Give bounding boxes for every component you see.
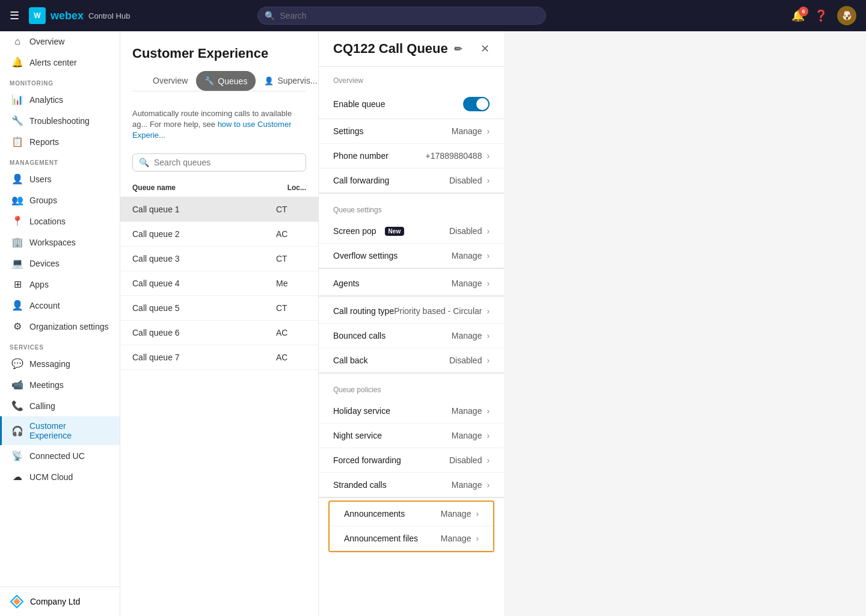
sidebar-item-label: Calling — [29, 401, 55, 411]
call-forwarding-label: Call forwarding — [333, 176, 449, 185]
sidebar-company: Company Ltd — [0, 587, 120, 616]
company-logo-icon — [10, 594, 24, 609]
supervisors-tab-icon: 👤 — [264, 76, 274, 85]
sidebar-item-label: Groups — [29, 196, 57, 205]
groups-icon: 👥 — [11, 194, 23, 206]
sidebar-item-analytics[interactable]: 📊 Analytics — [0, 89, 120, 110]
sidebar-item-workspaces[interactable]: 🏢 Workspaces — [0, 232, 120, 253]
sidebar-item-devices[interactable]: 💻 Devices — [0, 253, 120, 274]
sidebar-item-label: Alerts center — [29, 58, 77, 67]
calling-icon: 📞 — [11, 400, 23, 411]
queue-loc: AC — [276, 353, 306, 362]
forced-forwarding-row[interactable]: Forced forwarding Disabled › — [319, 448, 504, 473]
announcements-row[interactable]: Announcements Manage › — [330, 502, 493, 526]
phone-number-row[interactable]: Phone number +17889880488 › — [319, 144, 504, 168]
sidebar-item-label: Customer Experience — [29, 421, 110, 440]
chevron-icon: › — [487, 151, 490, 161]
detail-header: CQ122 Call Queue ✏ ✕ — [319, 31, 504, 67]
sidebar-item-troubleshooting[interactable]: 🔧 Troubleshooting — [0, 110, 120, 131]
sidebar-item-users[interactable]: 👤 Users — [0, 168, 120, 189]
call-routing-row[interactable]: Call routing type Priority based - Circu… — [319, 299, 504, 324]
tab-queues[interactable]: 🔧 Queues — [196, 71, 256, 91]
night-service-row[interactable]: Night service Manage › — [319, 424, 504, 448]
queue-row[interactable]: Call queue 4 Me — [120, 271, 318, 296]
company-name: Company Ltd — [30, 597, 80, 606]
sidebar-item-groups[interactable]: 👥 Groups — [0, 189, 120, 211]
tab-supervisors[interactable]: 👤 Supervis... — [256, 71, 319, 91]
queue-row[interactable]: Call queue 3 CT — [120, 247, 318, 271]
avatar[interactable]: 🐶 — [837, 6, 856, 25]
sidebar-item-alerts[interactable]: 🔔 Alerts center — [0, 52, 120, 73]
sidebar-item-overview[interactable]: ⌂ Overview — [0, 31, 120, 52]
help-button[interactable]: ❓ — [814, 9, 828, 22]
call-back-row[interactable]: Call back Disabled › — [319, 348, 504, 374]
chevron-icon: › — [487, 306, 490, 316]
overflow-settings-row[interactable]: Overflow settings Manage › — [319, 244, 504, 269]
stranded-calls-row[interactable]: Stranded calls Manage › — [319, 473, 504, 498]
settings-row[interactable]: Settings Manage › — [319, 119, 504, 144]
holiday-service-row[interactable]: Holiday service Manage › — [319, 399, 504, 424]
queue-row[interactable]: Call queue 2 AC — [120, 222, 318, 247]
sidebar-item-locations[interactable]: 📍 Locations — [0, 211, 120, 232]
sidebar-item-apps[interactable]: ⊞ Apps — [0, 274, 120, 295]
app-logo: W webex Control Hub — [29, 7, 130, 24]
sidebar-item-org-settings[interactable]: ⚙ Organization settings — [0, 316, 120, 337]
sidebar-item-label: Troubleshooting — [29, 116, 90, 126]
queue-name: Call queue 4 — [132, 279, 276, 288]
search-input[interactable] — [257, 7, 546, 25]
section-queue-settings-label: Queue settings — [319, 196, 504, 219]
search-bar[interactable]: 🔍 — [257, 7, 546, 25]
sidebar-item-customer-experience[interactable]: 🎧 Customer Experience — [0, 416, 120, 445]
queue-row[interactable]: Call queue 5 CT — [120, 296, 318, 321]
sidebar-item-account[interactable]: 👤 Account — [0, 295, 120, 316]
chevron-icon: › — [476, 534, 479, 543]
sidebar-item-label: Workspaces — [29, 238, 76, 247]
bounced-calls-label: Bounced calls — [333, 331, 452, 340]
edit-icon[interactable]: ✏ — [454, 43, 462, 55]
sidebar-item-connected-uc[interactable]: 📡 Connected UC — [0, 445, 120, 466]
tab-overview[interactable]: Overview — [144, 71, 196, 91]
sidebar-item-label: Devices — [29, 259, 60, 268]
notifications-button[interactable]: 🔔 6 — [791, 9, 805, 22]
queue-search-wrap[interactable]: 🔍 — [132, 153, 306, 171]
sidebar-item-ucm-cloud[interactable]: ☁ UCM Cloud — [0, 466, 120, 487]
sidebar-item-calling[interactable]: 📞 Calling — [0, 395, 120, 416]
sidebar-item-meetings[interactable]: 📹 Meetings — [0, 374, 120, 395]
cx-search-container: 🔍 — [120, 149, 318, 179]
stranded-calls-label: Stranded calls — [333, 480, 452, 490]
enable-queue-toggle[interactable] — [463, 97, 490, 111]
enable-queue-row[interactable]: Enable queue — [319, 90, 504, 119]
queue-row[interactable]: Call queue 6 AC — [120, 321, 318, 345]
queue-name: Call queue 3 — [132, 254, 276, 263]
chevron-icon: › — [487, 251, 490, 260]
call-forwarding-row[interactable]: Call forwarding Disabled › — [319, 168, 504, 194]
new-badge: New — [385, 227, 405, 236]
hamburger-menu-icon[interactable]: ☰ — [10, 9, 19, 22]
queue-row[interactable]: Call queue 1 CT — [120, 197, 318, 222]
queue-name: Call queue 1 — [132, 205, 276, 214]
chevron-icon: › — [487, 356, 490, 365]
night-service-label: Night service — [333, 431, 452, 440]
main-content: Customer Experience Overview 🔧 Queues 👤 … — [120, 31, 504, 616]
queue-loc: CT — [276, 205, 306, 214]
agents-row[interactable]: Agents Manage › — [319, 271, 504, 297]
screen-pop-value: Disabled — [449, 226, 482, 236]
alerts-icon: 🔔 — [11, 57, 23, 68]
sidebar-item-reports[interactable]: 📋 Reports — [0, 131, 120, 152]
queue-row[interactable]: Call queue 7 AC — [120, 345, 318, 370]
bounced-calls-row[interactable]: Bounced calls Manage › — [319, 324, 504, 348]
screen-pop-text: Screen pop — [333, 226, 376, 236]
chevron-icon: › — [487, 331, 490, 340]
screen-pop-row[interactable]: Screen pop New Disabled › — [319, 219, 504, 244]
toggle-circle — [476, 98, 488, 110]
announcement-files-row[interactable]: Announcement files Manage › — [330, 526, 493, 551]
queue-search-input[interactable] — [154, 158, 299, 167]
queue-loc-header: Loc... — [287, 183, 306, 192]
sidebar-item-label: Apps — [29, 280, 49, 289]
sidebar-section-management: MANAGEMENT — [0, 152, 120, 168]
queue-search-icon: 🔍 — [139, 158, 149, 167]
close-icon[interactable]: ✕ — [481, 42, 490, 55]
sidebar-item-messaging[interactable]: 💬 Messaging — [0, 353, 120, 374]
agents-value: Manage — [452, 279, 482, 288]
queue-name: Call queue 2 — [132, 229, 276, 239]
